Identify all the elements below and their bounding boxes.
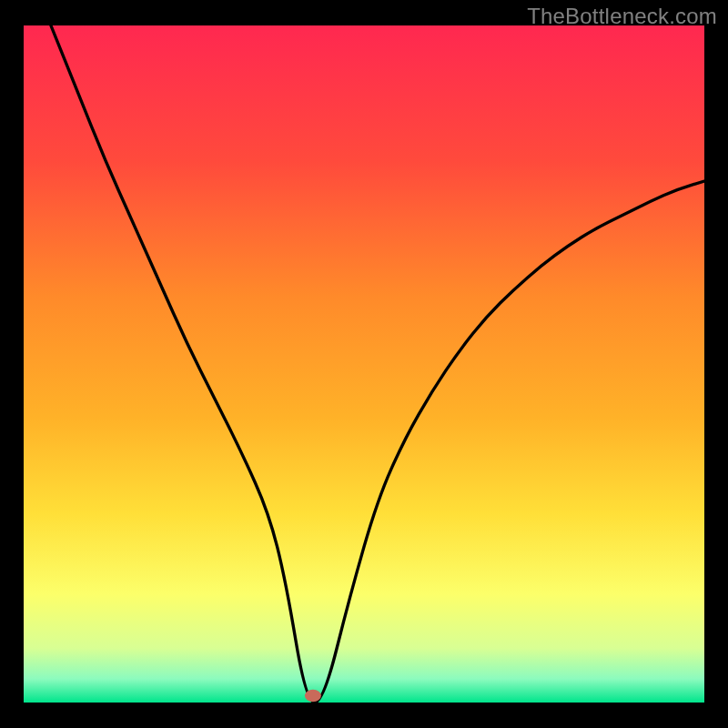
gradient-background — [24, 25, 704, 703]
watermark-text: TheBottleneck.com — [527, 4, 717, 29]
chart-svg — [24, 25, 704, 703]
plot-area — [24, 25, 704, 703]
optimal-point-marker — [305, 690, 321, 702]
chart-frame: TheBottleneck.com — [0, 0, 728, 728]
